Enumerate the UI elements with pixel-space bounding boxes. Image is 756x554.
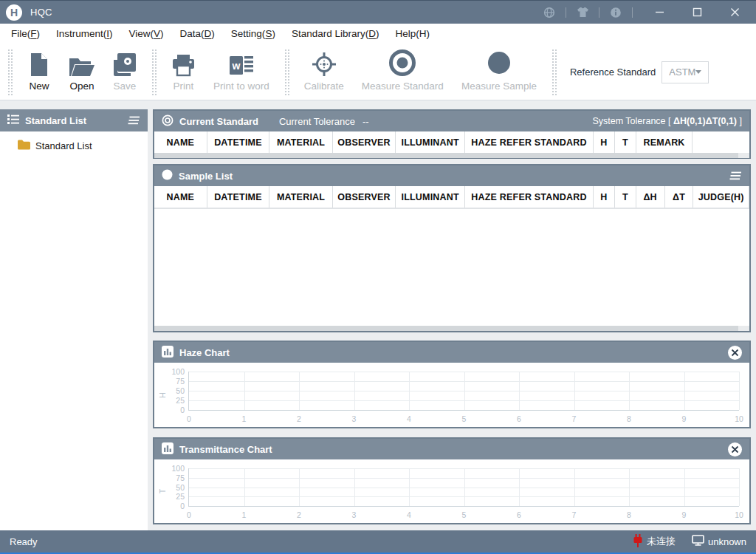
calibrate-target-icon	[312, 50, 337, 77]
connection-status: 未连接	[633, 534, 676, 550]
word-document-icon: w	[229, 50, 254, 77]
transmittance-chart-close-icon[interactable]	[728, 442, 742, 456]
sample-list-header: Sample List	[154, 165, 749, 186]
y-axis-tick-label: 25	[161, 396, 185, 405]
gridline-vertical	[464, 372, 465, 410]
gridline-vertical	[299, 372, 300, 410]
x-axis-tick-label: 0	[187, 510, 191, 519]
column-header-t[interactable]: T	[615, 186, 636, 208]
x-axis-tick-label: 2	[297, 510, 301, 519]
toolbar-button-measure-standard[interactable]: Measure Standard	[353, 47, 453, 98]
column-header-t[interactable]: T	[615, 131, 636, 153]
toolbar-button-label: Calibrate	[304, 81, 344, 92]
toolbar-button-calibrate[interactable]: Calibrate	[295, 47, 353, 98]
gridline-vertical	[574, 468, 575, 506]
column-header-haze-refer-standard[interactable]: HAZE REFER STANDARD	[465, 186, 594, 208]
haze-chart-close-icon[interactable]	[728, 346, 742, 360]
sidebar-item-standard-list[interactable]: Standard List	[0, 131, 148, 157]
shirt-icon[interactable]	[576, 6, 589, 19]
x-axis-tick-label: 8	[627, 414, 631, 423]
sidebar-menu-icon[interactable]	[128, 116, 140, 125]
sample-list-panel: Sample List NAMEDATETIMEMATERIALOBSERVER…	[153, 164, 751, 332]
toolbar-button-label: Measure Sample	[461, 81, 537, 92]
column-header-name[interactable]: NAME	[154, 131, 207, 153]
measure-sample-dot-icon	[485, 50, 513, 77]
toolbar-separator	[151, 49, 157, 95]
column-header-illuminant[interactable]: ILLUMINANT	[396, 131, 465, 153]
column-header-remark[interactable]: REMARK	[636, 131, 693, 153]
column-header-illuminant[interactable]: ILLUMINANT	[396, 186, 465, 208]
reference-standard-select[interactable]: ASTM	[662, 61, 709, 83]
x-axis-tick-label: 0	[187, 414, 191, 423]
column-header-t[interactable]: ΔT	[665, 186, 694, 208]
x-axis-tick-label: 4	[407, 510, 411, 519]
horizontal-scrollbar[interactable]	[154, 326, 749, 331]
y-axis-tick-label: 0	[161, 406, 185, 414]
gridline-vertical	[299, 468, 300, 506]
main-area: Current Standard Current Tolerance -- Sy…	[153, 109, 751, 527]
gridline-vertical	[354, 468, 355, 506]
column-header-observer[interactable]: OBSERVER	[333, 186, 396, 208]
menu-setting[interactable]: Setting(S)	[223, 24, 284, 44]
y-axis-tick-label: 75	[161, 473, 185, 482]
toolbar-button-save[interactable]: Save	[104, 47, 145, 98]
info-icon[interactable]	[609, 6, 622, 19]
menu-instrument[interactable]: Instrument(I)	[48, 24, 121, 44]
toolbar-button-open[interactable]: Open	[60, 47, 104, 98]
horizontal-scrollbar[interactable]	[154, 153, 749, 158]
toolbar-button-measure-sample[interactable]: Measure Sample	[453, 47, 546, 98]
column-header-h[interactable]: ΔH	[636, 186, 665, 208]
column-header-h[interactable]: H	[594, 131, 615, 153]
column-header-material[interactable]: MATERIAL	[269, 186, 333, 208]
maximize-button[interactable]	[686, 4, 708, 21]
current-standard-title: Current Standard	[179, 116, 258, 127]
measure-standard-ring-icon	[388, 50, 416, 77]
device-status-text: unknown	[708, 536, 746, 547]
toolbar-button-new[interactable]: New	[18, 47, 60, 98]
reference-standard-label: Reference Standard	[570, 66, 656, 78]
x-axis-tick-label: 7	[572, 414, 577, 423]
menu-standard-library[interactable]: Standard Library(D)	[284, 24, 388, 44]
list-icon	[7, 114, 19, 126]
gridline-vertical	[739, 468, 740, 506]
haze-chart-title: Haze Chart	[179, 347, 230, 358]
app-window: H HQC File(F)Instr	[0, 0, 756, 554]
x-axis-tick-label: 6	[517, 510, 521, 519]
close-button[interactable]	[724, 4, 746, 21]
device-status: unknown	[692, 535, 746, 548]
column-header-haze-refer-standard[interactable]: HAZE REFER STANDARD	[465, 131, 594, 153]
current-standard-panel: Current Standard Current Tolerance -- Sy…	[153, 109, 751, 159]
y-axis-tick-label: 100	[161, 367, 185, 376]
gridline-vertical	[354, 372, 355, 410]
status-text: Ready	[10, 536, 38, 547]
column-header-h[interactable]: H	[594, 186, 615, 208]
x-axis-tick-label: 5	[462, 510, 467, 519]
plug-disconnected-icon	[633, 534, 643, 550]
toolbar-button-label: Print to word	[213, 81, 269, 92]
sample-list-column-headers: NAMEDATETIMEMATERIALOBSERVERILLUMINANTHA…	[154, 186, 749, 208]
menu-file[interactable]: File(F)	[3, 24, 48, 44]
printer-icon	[171, 50, 196, 77]
monitor-icon	[692, 535, 704, 548]
haze-chart-plot: 1007550250012345678910	[188, 372, 739, 411]
column-header-datetime[interactable]: DATETIME	[207, 186, 270, 208]
minimize-button[interactable]	[648, 4, 670, 21]
column-header-datetime[interactable]: DATETIME	[207, 131, 270, 153]
column-header-judge-h[interactable]: JUDGE(H)	[693, 186, 749, 208]
toolbar-separator	[7, 49, 13, 95]
transmittance-chart-area: T 1007550250012345678910	[154, 459, 749, 523]
y-axis-tick-label: 0	[161, 502, 185, 510]
toolbar-button-print[interactable]: Print	[162, 47, 205, 98]
sample-list-menu-icon[interactable]	[729, 171, 742, 180]
globe-icon[interactable]	[543, 6, 556, 19]
column-header-material[interactable]: MATERIAL	[269, 131, 333, 153]
toolbar-separator	[284, 49, 289, 95]
y-axis-tick-label: 100	[161, 464, 185, 473]
toolbar-button-print-to-word[interactable]: wPrint to word	[205, 47, 278, 98]
menu-help[interactable]: Help(H)	[387, 24, 438, 44]
menu-view[interactable]: View(V)	[121, 24, 172, 44]
x-axis-tick-label: 4	[407, 414, 411, 423]
column-header-observer[interactable]: OBSERVER	[333, 131, 396, 153]
menu-data[interactable]: Data(D)	[172, 24, 223, 44]
column-header-name[interactable]: NAME	[154, 186, 207, 208]
